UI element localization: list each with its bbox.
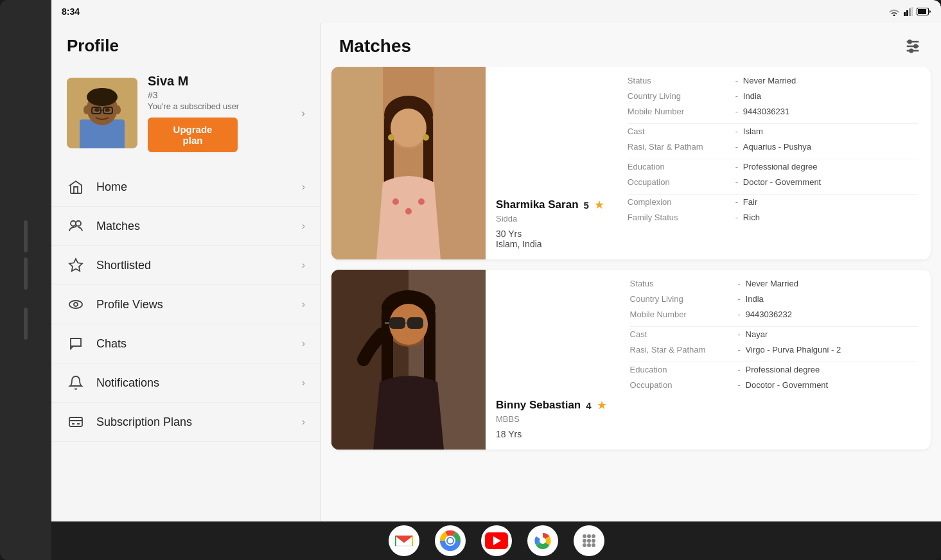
sidebar-title: Profile [51,23,321,66]
svg-point-28 [910,49,913,53]
svg-rect-52 [407,317,423,329]
svg-point-11 [114,105,121,114]
svg-point-17 [71,221,76,226]
detail-occupation-1: Occupation - Doctor - Government [628,177,918,191]
svg-point-9 [87,88,118,106]
match-sub-1: Sidda [496,214,604,223]
svg-point-37 [391,109,427,147]
matches-icon [67,217,85,235]
bell-icon [67,374,85,392]
detail-cast-1: Cast - Islam [628,127,918,141]
profile-section[interactable]: Siva M #3 You're a subscribed user Upgra… [51,66,321,168]
detail-rasi-1: Rasi, Star & Patham - Aquarius - Pushya [628,142,918,156]
nav-arrow-matches: › [302,220,305,232]
status-time: 8:34 [62,6,80,17]
match-score-2: 4 [586,400,591,411]
main-header: Matches [321,23,941,67]
nav-arrow-home: › [302,181,305,193]
match-info-left-1: Sharmika Saran 5 ★ Sidda 30 Yrs Islam, I… [486,67,615,259]
match-religion-1: Islam, India [496,239,604,249]
nav-arrow-shortlisted: › [302,259,305,271]
detail-country-2: Country Living - India [630,294,918,308]
svg-rect-30 [331,67,383,259]
star-icon [67,256,85,274]
profile-name: Siva M [148,74,291,89]
svg-point-38 [392,198,399,205]
match-name-row-1: Sharmika Saran 5 ★ [496,198,604,212]
side-button-volume-down [24,258,28,290]
detail-mobile-1: Mobile Number - 9443036231 [628,107,918,121]
svg-rect-3 [911,7,913,16]
apps-drawer-icon[interactable] [574,525,604,556]
match-sub-2: MBBS [496,414,607,424]
detail-country-1: Country Living - India [628,91,918,105]
detail-education-2: Education - Professional degree [630,365,918,379]
svg-point-61 [540,538,546,544]
eye-icon [67,295,85,313]
upgrade-plan-button[interactable]: Upgrade plan [148,118,238,152]
gmail-app-icon[interactable] [389,525,419,556]
signal-icon [904,7,913,16]
svg-point-67 [592,539,595,543]
match-name-2: Binny Sebastian [496,399,581,412]
wifi-icon [888,7,900,16]
sidebar: Profile [51,23,321,521]
match-photo-1 [331,67,486,259]
match-card[interactable]: Sharmika Saran 5 ★ Sidda 30 Yrs Islam, I… [331,67,931,259]
sidebar-item-shortlisted[interactable]: Shortlisted › [51,246,321,285]
bottom-bar [51,521,941,560]
youtube-app-icon[interactable] [481,525,512,556]
svg-point-12 [94,108,100,112]
match-star-2: ★ [597,398,607,412]
detail-education-1: Education - Professional degree [628,162,918,176]
svg-rect-5 [918,9,926,14]
detail-complexion-1: Complexion - Fair [628,197,918,211]
status-icons [888,7,931,16]
detail-status-1: Status - Never Married [628,76,918,90]
sidebar-item-shortlisted-label: Shortlisted [96,259,290,272]
sidebar-item-matches-label: Matches [96,220,290,233]
sidebar-item-chats[interactable]: Chats › [51,324,321,363]
svg-point-21 [74,302,78,306]
svg-marker-19 [69,259,82,271]
svg-point-13 [105,108,110,112]
match-details-2: Status - Never Married Country Living - … [617,270,931,450]
chat-icon [67,335,85,353]
sidebar-item-chats-label: Chats [96,337,290,351]
svg-point-39 [405,208,412,214]
sidebar-item-home[interactable]: Home › [51,168,321,207]
svg-rect-0 [904,12,906,16]
chrome-app-icon[interactable] [435,525,466,556]
svg-point-41 [388,134,394,141]
youtube-play-icon [493,536,501,545]
svg-rect-32 [434,67,486,259]
status-bar: 8:34 [51,0,941,23]
detail-rasi-2: Rasi, Star & Patham - Virgo - Purva Phal… [630,345,918,359]
sidebar-item-profile-views-label: Profile Views [96,298,290,311]
match-details-1: Status - Never Married Country Living - … [615,67,931,259]
sidebar-item-subscription[interactable]: Subscription Plans › [51,403,321,442]
detail-family-1: Family Status - Rich [628,213,918,227]
avatar [67,78,137,148]
nav-arrow-subscription: › [302,416,305,428]
svg-rect-51 [389,317,405,329]
match-photo-2 [331,270,486,450]
detail-occupation-2: Occupation - Docotor - Government [630,380,918,394]
battery-icon [917,8,931,15]
device-left [0,0,51,560]
nav-arrow-profile-views: › [302,299,305,310]
sidebar-item-matches[interactable]: Matches › [51,207,321,246]
svg-rect-1 [906,10,908,16]
detail-cast-2: Cast - Nayar [630,329,918,344]
match-name-1: Sharmika Saran [496,198,579,211]
screen: Profile [51,23,941,521]
profile-arrow-icon[interactable]: › [301,107,305,120]
svg-point-62 [583,534,586,538]
svg-point-66 [587,539,591,543]
filter-button[interactable] [902,36,923,57]
sidebar-item-notifications[interactable]: Notifications › [51,363,321,403]
photos-app-icon[interactable] [527,525,558,556]
match-card-2[interactable]: Binny Sebastian 4 ★ MBBS 18 Yrs Status -… [331,270,931,450]
match-info-left-2: Binny Sebastian 4 ★ MBBS 18 Yrs [486,270,617,450]
sidebar-item-profile-views[interactable]: Profile Views › [51,285,321,324]
